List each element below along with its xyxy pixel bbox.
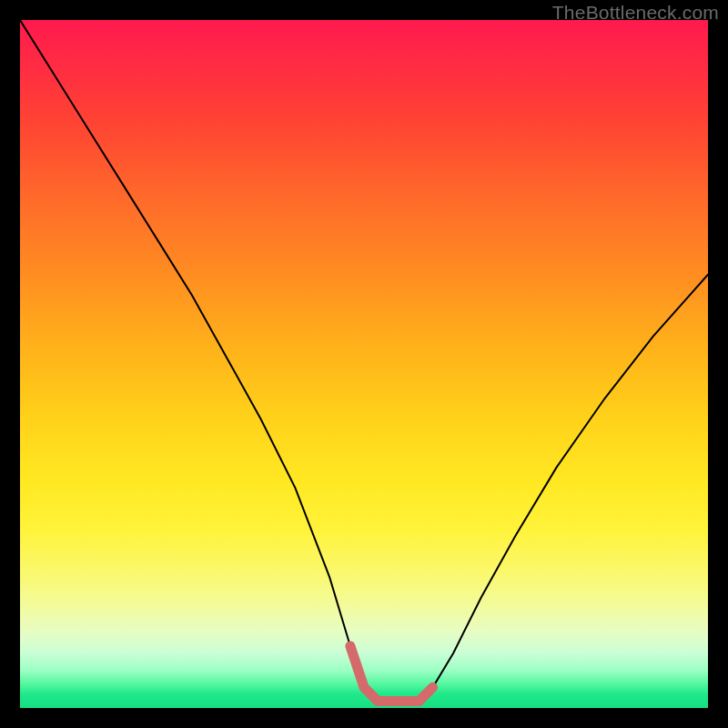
- chart-frame: TheBottleneck.com: [0, 0, 728, 728]
- highlight-band: [350, 646, 433, 701]
- bottleneck-curve: [20, 20, 708, 701]
- chart-plot-area: [20, 20, 708, 708]
- watermark-text: TheBottleneck.com: [552, 2, 719, 24]
- chart-svg: [20, 20, 708, 708]
